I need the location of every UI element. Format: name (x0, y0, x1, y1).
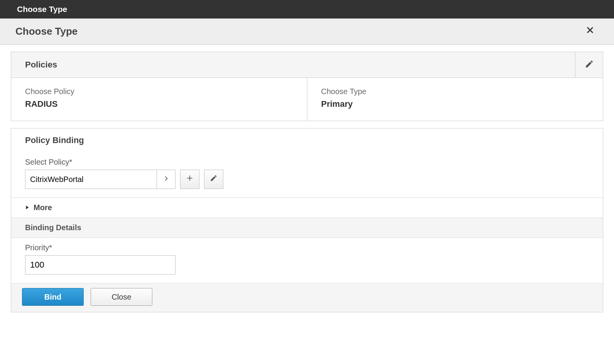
caret-right-icon (25, 204, 30, 211)
sub-header-title: Choose Type (15, 25, 78, 37)
select-policy-row (25, 170, 589, 189)
policy-binding-title: Policy Binding (11, 128, 603, 152)
edit-policies-button[interactable] (575, 52, 603, 78)
policies-title: Policies (11, 52, 71, 78)
choose-type-label: Choose Type (321, 87, 589, 96)
priority-label: Priority* (25, 243, 589, 252)
choose-policy-label: Choose Policy (25, 87, 293, 96)
close-button[interactable]: Close (91, 288, 152, 306)
pencil-icon (585, 59, 594, 70)
select-policy-field (25, 170, 175, 189)
choose-type-col: Choose Type Primary (307, 78, 603, 121)
edit-policy-button[interactable] (204, 170, 223, 189)
pencil-icon (210, 174, 218, 184)
content: Policies Choose Policy RADIUS Choose Typ… (0, 45, 614, 326)
choose-type-value: Primary (321, 99, 589, 109)
priority-input[interactable] (25, 255, 175, 275)
select-policy-section: Select Policy* (11, 152, 603, 197)
sub-header: Choose Type (0, 19, 614, 45)
top-bar-title: Choose Type (17, 5, 67, 13)
policies-panel: Policies Choose Policy RADIUS Choose Typ… (11, 52, 603, 121)
policies-body: Choose Policy RADIUS Choose Type Primary (11, 78, 603, 121)
chevron-right-icon (163, 175, 169, 183)
binding-details-header: Binding Details (11, 217, 603, 238)
plus-icon (186, 174, 194, 184)
more-label: More (34, 203, 52, 212)
close-icon[interactable] (582, 25, 599, 37)
choose-policy-col: Choose Policy RADIUS (11, 78, 307, 121)
add-policy-button[interactable] (180, 170, 199, 189)
select-policy-input[interactable] (25, 170, 157, 189)
footer-buttons: Bind Close (11, 283, 603, 312)
policies-header: Policies (11, 52, 603, 78)
select-policy-browse-button[interactable] (157, 170, 175, 189)
policy-binding-panel: Policy Binding Select Policy* (11, 128, 603, 312)
priority-section: Priority* (11, 238, 603, 283)
select-policy-label: Select Policy* (25, 158, 589, 167)
svg-marker-0 (26, 206, 29, 209)
top-bar: Choose Type (0, 0, 614, 19)
more-toggle[interactable]: More (11, 197, 603, 217)
choose-policy-value: RADIUS (25, 99, 293, 109)
bind-button[interactable]: Bind (22, 288, 84, 306)
